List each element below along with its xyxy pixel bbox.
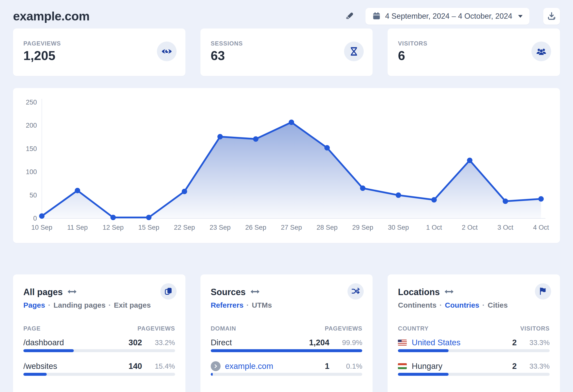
tab-cities[interactable]: Cities [488, 301, 508, 309]
tab-landing-pages[interactable]: Landing pages [53, 301, 106, 309]
x-tick-label: 29 Sep [352, 224, 373, 232]
header-controls: 4 September, 2024 – 4 October, 2024 [345, 8, 560, 25]
swap-horizontal-icon[interactable] [445, 289, 453, 295]
stat-card-visitors: VISITORS 6 [388, 29, 560, 76]
x-tick-label: 2 Oct [462, 224, 478, 232]
download-icon [547, 12, 556, 21]
panel-header: All pages [23, 287, 175, 298]
column-label: DOMAIN [211, 325, 236, 332]
pageviews-area-chart [13, 88, 560, 243]
panel-sources: Sources Referrers · UTMs DOMAIN PAGEVIEW… [200, 274, 373, 392]
table-row: Hungary 2 33.3% [398, 361, 550, 371]
download-report-button[interactable] [543, 8, 560, 25]
tab-separator: · [482, 301, 485, 309]
tab-continents[interactable]: Continents [398, 301, 436, 309]
tab-countries[interactable]: Countries [445, 301, 479, 309]
hungary-flag-icon [398, 363, 407, 369]
panel-tabs: Continents · Countries · Cities [398, 301, 550, 309]
progress-fill [398, 373, 448, 376]
panel-title: All pages [23, 287, 63, 297]
flag-icon [539, 287, 547, 296]
row-value: 1 [310, 361, 329, 371]
sources-panel-button[interactable] [347, 283, 364, 300]
progress-fill [23, 373, 47, 376]
pageviews-chart-card: 050100150200250 10 Sep11 Sep12 Sep15 Sep… [13, 88, 560, 243]
date-range-picker[interactable]: 4 September, 2024 – 4 October, 2024 [365, 8, 529, 25]
panel-header: Locations [398, 287, 550, 298]
domain-link[interactable]: example.com [225, 361, 273, 371]
progress-fill [23, 349, 74, 352]
progress-track [23, 349, 175, 352]
y-tick-label: 100 [13, 168, 37, 176]
tab-separator: · [48, 301, 50, 309]
row-percent: 33.3% [525, 362, 550, 370]
country-link[interactable]: United States [412, 338, 460, 347]
progress-fill [211, 373, 213, 376]
progress-fill [398, 349, 448, 352]
x-tick-label: 27 Sep [281, 224, 302, 232]
row-percent: 33.2% [150, 339, 175, 347]
swap-horizontal-icon[interactable] [251, 289, 259, 295]
stat-value: 1,205 [23, 49, 175, 62]
row-percent: 99.9% [338, 339, 362, 347]
y-tick-label: 50 [13, 191, 37, 199]
row-value: 2 [497, 338, 517, 347]
panel-locations: Locations Continents · Countries · Citie… [388, 274, 560, 392]
analytics-dashboard: example.com 4 September, 2024 – 4 Octobe… [0, 0, 573, 392]
tab-separator: · [108, 301, 111, 309]
pages-panel-button[interactable] [160, 283, 177, 300]
table-row: /dashboard 302 33.2% [23, 338, 175, 347]
row-percent: 33.3% [525, 339, 550, 347]
tab-pages[interactable]: Pages [23, 301, 45, 309]
table-row: /websites 140 15.4% [23, 361, 175, 371]
stat-value: 63 [211, 49, 362, 62]
locations-panel-button[interactable] [535, 283, 551, 300]
y-tick-label: 250 [13, 98, 37, 106]
domain-label: Direct [211, 338, 232, 347]
calendar-icon [372, 12, 381, 21]
stat-label: VISITORS [398, 40, 550, 47]
column-label: PAGEVIEWS [138, 325, 175, 332]
tab-referrers[interactable]: Referrers [211, 301, 243, 309]
x-tick-label: 26 Sep [245, 224, 266, 232]
progress-track [398, 349, 550, 352]
clear-filters-button[interactable] [345, 12, 354, 21]
stat-label: SESSIONS [211, 40, 362, 47]
copy-pages-icon [164, 287, 173, 296]
page-label: /websites [23, 361, 57, 371]
progress-track [211, 373, 362, 376]
date-range-label: 4 September, 2024 – 4 October, 2024 [385, 12, 512, 21]
table-row: Direct 1,204 99.9% [211, 338, 362, 347]
chevron-right-circle-icon[interactable] [211, 361, 221, 371]
tab-utms[interactable]: UTMs [252, 301, 272, 309]
header: example.com 4 September, 2024 – 4 Octobe… [13, 0, 560, 25]
column-label: PAGE [23, 325, 41, 332]
stat-value: 6 [398, 49, 550, 62]
caret-down-icon [518, 15, 523, 18]
stat-card-pageviews: PAGEVIEWS 1,205 [13, 29, 185, 76]
y-tick-label: 0 [13, 214, 37, 222]
x-tick-label: 30 Sep [388, 224, 409, 232]
swap-horizontal-icon[interactable] [68, 289, 76, 295]
y-tick-label: 200 [13, 122, 37, 129]
tab-exit-pages[interactable]: Exit pages [114, 301, 151, 309]
column-label: COUNTRY [398, 325, 429, 332]
x-tick-label: 1 Oct [426, 224, 442, 232]
row-value: 1,204 [309, 338, 330, 347]
page-label: /dashboard [23, 338, 64, 347]
column-label: VISITORS [520, 325, 550, 332]
row-value: 2 [497, 361, 517, 371]
x-tick-label: 3 Oct [498, 224, 514, 232]
table-row: example.com 1 0.1% [211, 361, 362, 371]
table-header: DOMAIN PAGEVIEWS [211, 325, 362, 332]
x-tick-label: 28 Sep [317, 224, 338, 232]
shuffle-icon [351, 287, 360, 296]
row-value: 140 [123, 361, 142, 371]
stat-card-sessions: SESSIONS 63 [200, 29, 373, 76]
tab-separator: · [246, 301, 249, 309]
row-percent: 15.4% [150, 362, 175, 370]
us-flag-icon [398, 340, 407, 345]
row-percent: 0.1% [338, 362, 362, 370]
breakdown-panels: All pages Pages · Landing pages · Exit p… [13, 274, 560, 392]
x-tick-label: 10 Sep [31, 224, 52, 232]
